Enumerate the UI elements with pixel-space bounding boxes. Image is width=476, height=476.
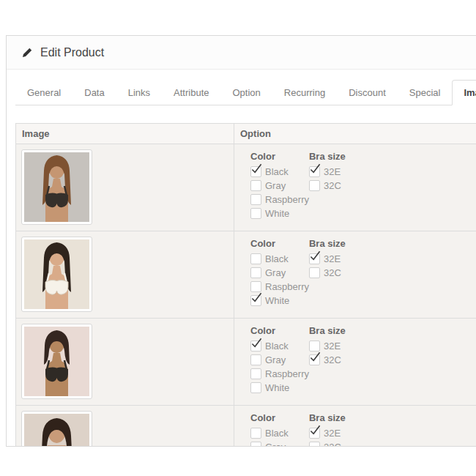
product-image-thumbnail[interactable] (21, 237, 92, 312)
tab-attribute[interactable]: Attribute (162, 80, 220, 105)
checkbox-icon[interactable] (309, 180, 320, 191)
checkbox-icon[interactable] (250, 208, 261, 219)
option-label: Gray (265, 180, 286, 191)
checkbox-icon[interactable] (250, 267, 261, 278)
checkbox-icon[interactable] (250, 253, 261, 264)
product-photo (24, 239, 89, 309)
product-photo (24, 414, 89, 447)
option-label: Black (265, 428, 289, 439)
table-header-row: Image Option (16, 124, 476, 144)
option-raspberry[interactable]: Raspberry (250, 367, 309, 380)
option-group-color: ColorBlackGrayRaspberryWhite (250, 151, 309, 220)
column-header-image: Image (16, 124, 234, 144)
checkbox-checked-icon[interactable] (309, 354, 320, 365)
table-row: ColorBlackGrayRaspberryWhiteBra size32E3… (16, 231, 476, 319)
option-group-bra-size: Bra size32E32C (309, 412, 365, 447)
option-label: 32C (324, 267, 341, 278)
checkbox-checked-icon[interactable] (309, 428, 320, 439)
option-gray[interactable]: Gray (250, 179, 309, 192)
checkbox-icon[interactable] (250, 382, 261, 393)
tab-discount[interactable]: Discount (337, 80, 398, 105)
option-32e[interactable]: 32E (309, 339, 365, 352)
table-body: ColorBlackGrayRaspberryWhiteBra size32E3… (16, 144, 476, 447)
option-cell: ColorBlackGrayRaspberryWhiteBra size32E3… (234, 406, 476, 447)
column-header-option: Option (234, 124, 476, 144)
product-photo (24, 327, 89, 396)
tab-special[interactable]: Special (398, 80, 453, 105)
option-group-label: Color (250, 238, 309, 249)
option-label: 32C (324, 354, 341, 365)
checkbox-checked-icon[interactable] (250, 295, 261, 306)
tab-links[interactable]: Links (116, 80, 162, 105)
checkbox-icon[interactable] (250, 180, 261, 191)
edit-product-panel: Edit Product GeneralDataLinksAttributeOp… (6, 35, 476, 447)
option-label: 32E (324, 166, 341, 177)
product-image-thumbnail[interactable] (21, 149, 92, 225)
checkbox-icon[interactable] (309, 341, 320, 352)
option-label: Black (265, 341, 289, 352)
checkbox-checked-icon[interactable] (250, 166, 261, 177)
table-row: ColorBlackGrayRaspberryWhiteBra size32E3… (16, 319, 476, 406)
option-label: Gray (265, 267, 286, 278)
option-32c[interactable]: 32C (309, 179, 365, 192)
tab-image[interactable]: Image (452, 80, 476, 105)
option-32e[interactable]: 32E (309, 252, 365, 265)
checkbox-icon[interactable] (309, 442, 320, 447)
option-group-color: ColorBlackGrayRaspberryWhite (250, 325, 309, 395)
tab-general[interactable]: General (15, 80, 72, 105)
option-group-label: Bra size (309, 238, 365, 249)
option-32c[interactable]: 32C (309, 353, 365, 366)
option-group-label: Bra size (309, 151, 365, 162)
option-black[interactable]: Black (250, 426, 309, 439)
option-group-label: Bra size (309, 412, 365, 423)
option-group-bra-size: Bra size32E32C (309, 325, 365, 395)
option-label: White (265, 208, 289, 219)
option-gray[interactable]: Gray (250, 353, 309, 366)
checkbox-icon[interactable] (250, 281, 261, 292)
checkbox-checked-icon[interactable] (309, 166, 320, 177)
option-white[interactable]: White (250, 207, 309, 220)
checkbox-icon[interactable] (309, 267, 320, 278)
tab-data[interactable]: Data (72, 80, 116, 105)
option-32e[interactable]: 32E (309, 426, 365, 439)
option-label: Raspberry (265, 368, 309, 379)
page: Edit Product GeneralDataLinksAttributeOp… (0, 0, 476, 476)
product-image-thumbnail[interactable] (21, 324, 92, 399)
image-cell (16, 319, 234, 406)
option-label: 32E (324, 428, 341, 439)
option-label: Raspberry (265, 194, 309, 205)
option-black[interactable]: Black (250, 165, 309, 178)
checkbox-icon[interactable] (250, 428, 261, 439)
product-image-thumbnail[interactable] (21, 411, 92, 447)
option-label: Raspberry (265, 281, 309, 292)
option-label: 32C (324, 180, 341, 191)
tab-recurring[interactable]: Recurring (272, 80, 337, 105)
checkbox-checked-icon[interactable] (309, 253, 320, 264)
option-raspberry[interactable]: Raspberry (250, 280, 309, 293)
checkbox-icon[interactable] (250, 194, 261, 205)
image-cell (16, 406, 234, 447)
tab-option[interactable]: Option (221, 80, 272, 105)
image-options-table: Image Option ColorBlackGrayRaspberryWhit… (15, 123, 476, 447)
option-raspberry[interactable]: Raspberry (250, 193, 309, 206)
image-cell (16, 231, 234, 319)
option-white[interactable]: White (250, 294, 309, 307)
option-label: White (265, 382, 289, 393)
option-32c[interactable]: 32C (309, 266, 365, 279)
checkbox-checked-icon[interactable] (250, 341, 261, 352)
option-cell: ColorBlackGrayRaspberryWhiteBra size32E3… (234, 319, 476, 406)
option-black[interactable]: Black (250, 252, 309, 265)
option-white[interactable]: White (250, 381, 309, 394)
option-32e[interactable]: 32E (309, 165, 365, 178)
option-gray[interactable]: Gray (250, 440, 309, 447)
option-gray[interactable]: Gray (250, 266, 309, 279)
checkbox-icon[interactable] (250, 354, 261, 365)
option-group-label: Color (250, 151, 309, 162)
page-title: Edit Product (40, 46, 104, 59)
checkbox-icon[interactable] (250, 368, 261, 379)
option-group-label: Bra size (309, 325, 365, 336)
option-label: Gray (265, 442, 286, 447)
option-32c[interactable]: 32C (309, 440, 365, 447)
checkbox-icon[interactable] (250, 442, 261, 447)
option-black[interactable]: Black (250, 339, 309, 352)
